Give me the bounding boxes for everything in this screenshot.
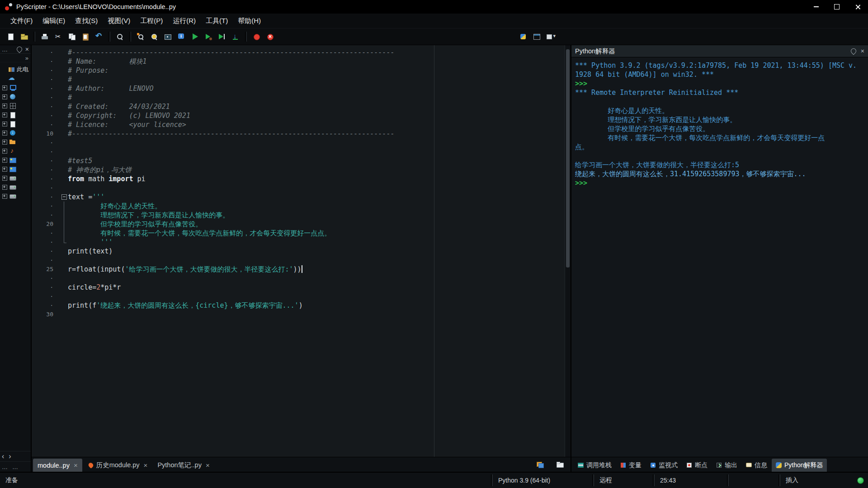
code-line[interactable]: [68, 147, 565, 156]
close-button[interactable]: [847, 0, 868, 14]
code-line[interactable]: 有时候，需要花一个大饼，每次吃点学点新鲜的，才会每天变得更好一点点。: [68, 229, 565, 238]
find-in-files-button[interactable]: [134, 31, 147, 43]
code-line[interactable]: print(f'绕起来，大饼的圆周有这么长，{circle}，够不够探索宇宙..…: [68, 301, 565, 310]
code-line[interactable]: [68, 274, 565, 283]
code-line[interactable]: print(text): [68, 247, 565, 256]
paste-button[interactable]: [79, 31, 92, 43]
tab-close-icon[interactable]: [206, 462, 210, 469]
code-line[interactable]: 好奇心是人的天性。: [68, 202, 565, 211]
minimize-button[interactable]: [806, 0, 826, 14]
menu-item-run[interactable]: 运行(R): [168, 15, 201, 27]
gutter-line-number[interactable]: ·: [32, 274, 61, 283]
code-line[interactable]: # Purpose:: [68, 66, 565, 75]
expand-plus-icon[interactable]: [2, 103, 7, 108]
sidebar-item-sync[interactable]: [0, 92, 31, 101]
menu-item-project[interactable]: 工程(P): [135, 15, 168, 27]
window-menu-button[interactable]: [544, 31, 557, 43]
sidebar-item-folder[interactable]: [0, 137, 31, 146]
expand-plus-icon[interactable]: [2, 140, 7, 145]
expand-plus-icon[interactable]: [2, 122, 7, 127]
gutter-line-number[interactable]: ·: [32, 256, 61, 265]
editor-code[interactable]: #---------------------------------------…: [68, 45, 565, 457]
code-line[interactable]: #: [68, 93, 565, 102]
cut-button[interactable]: [52, 31, 65, 43]
panel-tab-watches[interactable]: 监视式: [646, 459, 681, 472]
pin-icon[interactable]: [15, 46, 23, 53]
gutter-line-number[interactable]: ·: [32, 202, 61, 211]
new-file-button[interactable]: [4, 31, 17, 43]
code-line[interactable]: [68, 183, 565, 192]
code-line[interactable]: # 神奇的pi，与大饼: [68, 165, 565, 174]
menu-item-file[interactable]: 文件(F): [5, 15, 38, 27]
gutter-line-number[interactable]: ·: [32, 66, 61, 75]
dots-menu-icon[interactable]: [2, 45, 8, 53]
menu-item-help[interactable]: 帮助(H): [233, 15, 266, 27]
sidebar-item-music[interactable]: [0, 146, 31, 155]
editor-list-icon[interactable]: [536, 460, 544, 469]
editor-gutter[interactable]: ·········10·········20····25····30: [32, 45, 61, 457]
browse-button[interactable]: [161, 31, 174, 43]
menu-item-search[interactable]: 查找(S): [70, 15, 103, 27]
fold-column[interactable]: [61, 45, 68, 457]
sidebar-item-disk[interactable]: [0, 183, 31, 192]
fold-marker[interactable]: [61, 192, 68, 202]
code-line[interactable]: [68, 292, 565, 301]
gutter-line-number[interactable]: ·: [32, 102, 61, 111]
code-line[interactable]: 但学校里的学习似乎有点像苦役。: [68, 220, 565, 229]
menu-item-view[interactable]: 视图(V): [103, 15, 135, 27]
panel-tab-python-interpreter[interactable]: Python解释器: [772, 459, 827, 472]
code-line[interactable]: [68, 256, 565, 265]
interpreter-console[interactable]: *** Python 3.9.2 (tags/v3.9.2:1a79785, F…: [571, 57, 868, 457]
sidebar-item-cloud[interactable]: [0, 74, 31, 83]
sidebar-item-doc[interactable]: [0, 119, 31, 128]
gutter-line-number[interactable]: 10: [32, 129, 61, 138]
nav-forward-icon[interactable]: [9, 452, 11, 460]
run-button[interactable]: [189, 31, 201, 43]
debug-button[interactable]: [202, 31, 215, 43]
break-button[interactable]: [250, 31, 263, 43]
fold-marker[interactable]: [61, 202, 68, 211]
gutter-line-number[interactable]: ·: [32, 138, 61, 147]
nav-back-icon[interactable]: [2, 452, 4, 460]
gutter-line-number[interactable]: ·: [32, 238, 61, 247]
code-line[interactable]: 理想情况下，学习新东西是让人愉快的事。: [68, 211, 565, 220]
find-next-button[interactable]: [148, 31, 160, 43]
gutter-line-number[interactable]: ·: [32, 301, 61, 310]
python-engine-button[interactable]: [517, 31, 529, 43]
code-line[interactable]: #---------------------------------------…: [68, 48, 565, 57]
panel-tab-output[interactable]: 输出: [712, 459, 741, 472]
code-editor[interactable]: ·········10·········20····25····30 #----…: [32, 45, 571, 457]
expand-plus-icon[interactable]: [2, 149, 7, 154]
gutter-line-number[interactable]: 30: [32, 310, 61, 319]
gutter-line-number[interactable]: ·: [32, 229, 61, 238]
gutter-line-number[interactable]: ·: [32, 147, 61, 156]
run-to-cursor-button[interactable]: [216, 31, 228, 43]
layout-button[interactable]: [530, 31, 543, 43]
info-button[interactable]: [175, 31, 188, 43]
expand-plus-icon[interactable]: [2, 176, 7, 181]
overflow-dots-icon[interactable]: [2, 463, 8, 471]
gutter-line-number[interactable]: ·: [32, 75, 61, 84]
gutter-line-number[interactable]: ·: [32, 211, 61, 220]
code-line[interactable]: # Copyright: (c) LENOVO 2021: [68, 111, 565, 120]
fold-marker[interactable]: [61, 211, 68, 220]
expand-plus-icon[interactable]: [2, 113, 7, 117]
gutter-line-number[interactable]: ·: [32, 156, 61, 165]
expand-plus-icon[interactable]: [2, 185, 7, 190]
sidebar-item-doc[interactable]: [0, 110, 31, 119]
sidebar-item-pic[interactable]: [0, 164, 31, 174]
menu-item-tools[interactable]: 工具(T): [201, 15, 233, 27]
code-line[interactable]: # Author: LENOVO: [68, 84, 565, 93]
scrollbar-thumb[interactable]: [566, 49, 570, 267]
gutter-line-number[interactable]: ·: [32, 111, 61, 120]
code-line[interactable]: text =''': [68, 192, 565, 202]
code-line[interactable]: # Created: 24/03/2021: [68, 102, 565, 111]
expand-plus-icon[interactable]: [2, 85, 7, 90]
code-line[interactable]: #---------------------------------------…: [68, 129, 565, 138]
editor-tab-python-notes[interactable]: Python笔记..py: [153, 459, 214, 472]
fold-marker[interactable]: [61, 220, 68, 229]
gutter-line-number[interactable]: ·: [32, 283, 61, 292]
code-line[interactable]: r=float(input('给学习画一个大饼，大饼要做的很大，半径要这么打:'…: [68, 265, 565, 274]
editor-scrollbar[interactable]: [565, 45, 571, 457]
gutter-line-number[interactable]: 25: [32, 265, 61, 274]
